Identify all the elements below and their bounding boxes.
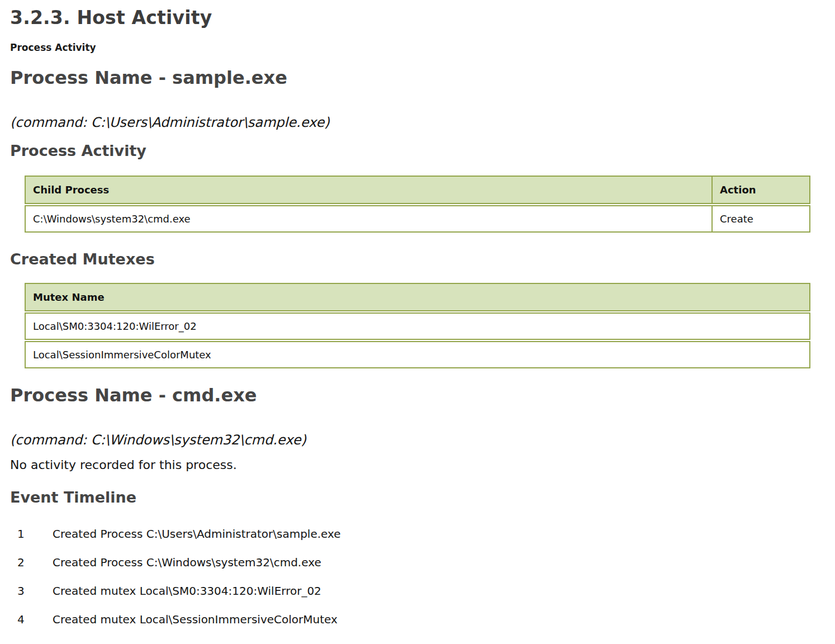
child-process-table: Child Process Action C:\Windows\system32… [25, 174, 810, 234]
event-text: Created mutex Local\SessionImmersiveColo… [53, 613, 810, 626]
mutex-name-cell: Local\SM0:3304:120:WilError_02 [25, 312, 810, 340]
process-activity-heading: Process Activity [10, 142, 810, 159]
table-header-row: Mutex Name [25, 283, 810, 311]
created-mutexes-heading: Created Mutexes [10, 250, 810, 268]
no-activity-text: No activity recorded for this process. [10, 458, 810, 472]
timeline-event: 3 Created mutex Local\SM0:3304:120:WilEr… [10, 584, 810, 613]
event-index: 1 [10, 527, 53, 541]
event-index: 3 [10, 584, 53, 598]
event-index: 2 [10, 556, 53, 569]
event-timeline-list: 1 Created Process C:\Users\Administrator… [10, 527, 810, 641]
process-activity-label: Process Activity [10, 42, 810, 53]
event-text: Created Process C:\Users\Administrator\s… [53, 527, 810, 541]
table-row: Local\SM0:3304:120:WilError_02 [25, 312, 810, 340]
mutex-name-header: Mutex Name [25, 283, 810, 311]
action-cell: Create [712, 205, 810, 233]
event-text: Created mutex Local\SM0:3304:120:WilErro… [53, 584, 810, 598]
child-process-cell: C:\Windows\system32\cmd.exe [25, 205, 712, 233]
mutex-table: Mutex Name Local\SM0:3304:120:WilError_0… [25, 282, 810, 370]
table-row: Local\SessionImmersiveColorMutex [25, 341, 810, 368]
child-process-header: Child Process [25, 176, 712, 204]
timeline-event: 4 Created mutex Local\SessionImmersiveCo… [10, 613, 810, 641]
table-row: C:\Windows\system32\cmd.exe Create [25, 205, 810, 233]
command-line-cmd: (command: C:\Windows\system32\cmd.exe) [10, 432, 810, 448]
process-title-sample: Process Name - sample.exe [10, 67, 810, 88]
process-title-cmd: Process Name - cmd.exe [10, 385, 810, 406]
mutex-name-cell: Local\SessionImmersiveColorMutex [25, 341, 810, 368]
event-text: Created Process C:\Windows\system32\cmd.… [53, 556, 810, 569]
timeline-event: 2 Created Process C:\Windows\system32\cm… [10, 556, 810, 584]
table-header-row: Child Process Action [25, 176, 810, 204]
timeline-event: 1 Created Process C:\Users\Administrator… [10, 527, 810, 556]
action-header: Action [712, 176, 810, 204]
event-timeline-heading: Event Timeline [10, 489, 810, 506]
section-title: 3.2.3. Host Activity [10, 7, 810, 29]
command-line-sample: (command: C:\Users\Administrator\sample.… [10, 115, 810, 130]
report-page: 3.2.3. Host Activity Process Activity Pr… [0, 0, 835, 644]
event-index: 4 [10, 613, 53, 626]
